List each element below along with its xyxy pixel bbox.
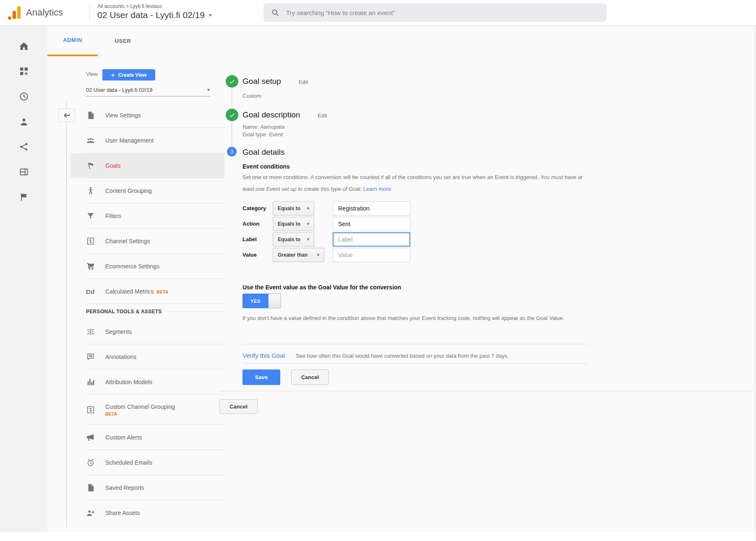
label-input[interactable]	[333, 232, 410, 247]
verify-goal-description: See how often this Goal would have conve…	[296, 353, 509, 359]
tab-user[interactable]: USER	[98, 26, 148, 56]
category-input[interactable]	[333, 201, 410, 216]
dropdown-caret-icon: ▼	[306, 206, 310, 211]
person-add-icon	[86, 508, 95, 518]
sidebar-item-segments[interactable]: Segments	[70, 319, 224, 344]
category-label: Category	[242, 201, 273, 216]
goal-description-title: Goal description	[242, 110, 300, 120]
sidebar-item-content-grouping[interactable]: Content Grouping	[70, 178, 224, 203]
tab-admin[interactable]: ADMIN	[47, 26, 98, 56]
search-bar[interactable]	[263, 3, 607, 22]
goal-description-detail: Name: Aamupala Goal type: Event	[242, 123, 284, 138]
outer-cancel-button[interactable]: Cancel	[219, 399, 258, 414]
document-icon	[86, 483, 95, 492]
sidebar-item-custom-channel-grouping[interactable]: Custom Channel GroupingBETA	[70, 395, 224, 425]
sidebar-item-saved-reports[interactable]: Saved Reports	[70, 475, 224, 500]
value-input[interactable]	[333, 248, 410, 262]
product-name[interactable]: Analytics	[26, 7, 63, 18]
sidebar-item-channel-settings[interactable]: Channel Settings	[70, 229, 224, 254]
clock-icon[interactable]	[19, 91, 29, 101]
save-button[interactable]: Save	[242, 369, 280, 385]
users-icon	[86, 136, 95, 145]
goal-details-title: Goal details	[242, 148, 284, 157]
sidebar-section-header: PERSONAL TOOLS & ASSETS	[70, 304, 224, 319]
verify-goal-row: Verify this Goal See how often this Goal…	[242, 352, 509, 359]
category-operator-select[interactable]: Equals to ▼	[273, 201, 314, 216]
divider	[219, 391, 753, 391]
learn-more-link[interactable]: Learn more	[363, 186, 391, 192]
sidebar-item-scheduled-emails[interactable]: Scheduled Emails	[70, 450, 224, 475]
sidebar-item-user-management[interactable]: User Management	[70, 128, 224, 153]
event-conditions-description: Set one or more conditions. A conversion…	[242, 172, 592, 195]
create-view-button[interactable]: + Create View	[102, 69, 155, 81]
label-operator-select[interactable]: Equals to ▼	[273, 232, 314, 247]
toggle-yes-label: YES	[242, 294, 269, 308]
sidebar-item-filters[interactable]: Filters	[70, 203, 224, 229]
beta-badge: BETA	[105, 412, 117, 416]
goal-setup-edit-button[interactable]: Edit	[299, 79, 308, 85]
segments-icon	[86, 327, 95, 336]
label-label: Label	[242, 232, 273, 247]
sidebar-item-annotations[interactable]: Annotations	[70, 344, 224, 369]
property-title: 02 User data - Lyyti.fi 02/19	[97, 10, 205, 20]
admin-user-tabs: ADMIN USER	[47, 26, 148, 56]
sidebar-connector-line	[66, 102, 67, 527]
sidebar-item-view-settings[interactable]: View Settings	[70, 103, 224, 128]
scrollbar-edge	[755, 0, 755, 541]
beta-badge: BETA	[156, 290, 168, 294]
sidebar-item-ecommerce-settings[interactable]: Ecommerce Settings	[70, 254, 224, 279]
sidebar-item-calculated-metrics[interactable]: DdCalculated MetricsBETA	[70, 279, 224, 304]
collapse-sidebar-button[interactable]	[58, 109, 75, 122]
verify-goal-link[interactable]: Verify this Goal	[242, 352, 285, 359]
event-conditions-heading: Event conditions	[242, 163, 290, 170]
action-input[interactable]	[333, 217, 410, 231]
search-input[interactable]	[286, 9, 580, 16]
dropdown-caret-icon: ▼	[306, 222, 310, 226]
action-operator-select[interactable]: Equals to ▼	[273, 217, 314, 231]
cart-icon	[86, 262, 95, 271]
bottom-strip	[0, 532, 756, 541]
dropdown-caret-icon: ▼	[206, 88, 211, 92]
header-divider	[89, 4, 90, 21]
alarm-clock-icon	[86, 458, 95, 467]
value-operator-select[interactable]: Greater than ▼	[273, 248, 324, 262]
view-selector-dropdown[interactable]: 02 User data - Lyyti.fi 02/19 ▼	[86, 84, 211, 96]
user-icon[interactable]	[19, 117, 29, 127]
content-grouping-icon	[86, 186, 95, 195]
step1-complete-icon	[225, 74, 239, 88]
document-icon	[86, 111, 95, 120]
home-icon[interactable]	[19, 41, 29, 51]
apps-icon[interactable]	[19, 66, 29, 76]
search-icon	[271, 8, 279, 17]
sidebar-item-share-assets[interactable]: Share Assets	[70, 500, 224, 525]
goal-setup-title: Goal setup	[242, 77, 281, 86]
plus-icon: +	[111, 71, 115, 78]
megaphone-icon	[86, 433, 95, 442]
sidebar-item-goals[interactable]: Goals	[70, 153, 224, 178]
nav-rail	[0, 26, 47, 532]
view-column-label: View	[86, 71, 98, 77]
channel-settings-icon	[86, 405, 95, 414]
chevron-down-icon: ▾	[209, 12, 211, 18]
sidebar-item-attribution-models[interactable]: Attribution Models	[70, 369, 224, 395]
dashboard-icon[interactable]	[19, 167, 29, 177]
property-selector[interactable]: 02 User data - Lyyti.fi 02/19 ▾	[97, 10, 211, 20]
event-value-toggle[interactable]: YES	[242, 294, 281, 308]
value-label: Value	[242, 248, 273, 262]
filter-icon	[86, 211, 95, 221]
flag-icon[interactable]	[19, 192, 29, 202]
step2-complete-icon	[225, 108, 239, 122]
dropdown-caret-icon: ▼	[306, 237, 310, 242]
breadcrumb[interactable]: All accounts > Lyyti.fi testaus	[97, 3, 162, 9]
annotation-icon	[86, 352, 95, 362]
sidebar-item-custom-alerts[interactable]: Custom Alerts	[70, 425, 224, 450]
cancel-button[interactable]: Cancel	[291, 369, 329, 385]
goal-name-line: Name: Aamupala	[242, 123, 284, 131]
goal-type-line: Goal type: Event	[242, 131, 284, 138]
goal-value-heading: Use the Event value as the Goal Value fo…	[242, 284, 401, 291]
divider	[242, 363, 588, 364]
goal-description-edit-button[interactable]: Edit	[318, 112, 327, 119]
attribution-icon[interactable]	[19, 142, 29, 152]
step3-number-badge: 3	[226, 146, 237, 157]
analytics-logo-icon	[8, 5, 22, 20]
